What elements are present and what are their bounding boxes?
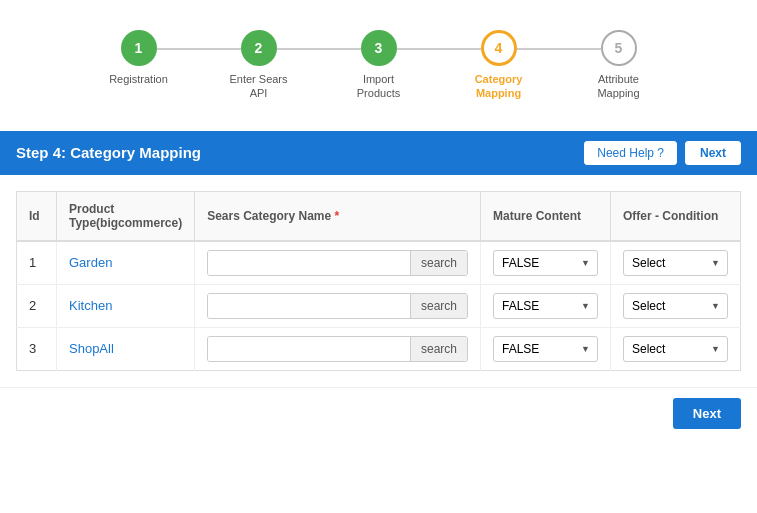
step-1: 1 Registration	[79, 30, 199, 86]
row-3-search-button[interactable]: search	[410, 337, 467, 361]
row-2-product-type: Kitchen	[57, 284, 195, 327]
col-header-id: Id	[17, 191, 57, 241]
col-header-sears-category: Sears Category Name	[195, 191, 481, 241]
row-1-offer-select[interactable]: Select New Used Refurbished	[623, 250, 728, 276]
step-2: 2 Enter SearsAPI	[199, 30, 319, 101]
row-3-id: 3	[17, 327, 57, 370]
step-2-label: Enter SearsAPI	[229, 72, 287, 101]
row-1-search-wrap: search	[207, 250, 468, 276]
row-3-product-link[interactable]: ShopAll	[69, 341, 114, 356]
row-2-id: 2	[17, 284, 57, 327]
table-row: 1 Garden search FALSE	[17, 241, 741, 285]
row-3-search-wrap: search	[207, 336, 468, 362]
row-2-search-button[interactable]: search	[410, 294, 467, 318]
row-3-mature-select-container: FALSE TRUE	[493, 336, 598, 362]
col-header-product-type: Product Type(bigcommerce)	[57, 191, 195, 241]
row-1-offer-cell: Select New Used Refurbished	[611, 241, 741, 285]
step-3-label: ImportProducts	[357, 72, 400, 101]
row-1-mature-select[interactable]: FALSE TRUE	[493, 250, 598, 276]
header-bar-title: Step 4: Category Mapping	[16, 144, 201, 161]
stepper: 1 Registration 2 Enter SearsAPI 3 Import…	[0, 0, 757, 121]
step-5-circle: 5	[601, 30, 637, 66]
table-area: Id Product Type(bigcommerce) Sears Categ…	[0, 175, 757, 387]
table-row: 2 Kitchen search FALSE	[17, 284, 741, 327]
row-2-offer-select[interactable]: Select New Used Refurbished	[623, 293, 728, 319]
step-5-label: AttributeMapping	[597, 72, 639, 101]
footer-area: Next	[0, 387, 757, 439]
row-2-sears-cell: search	[195, 284, 481, 327]
header-next-button[interactable]: Next	[685, 141, 741, 165]
step-1-circle: 1	[121, 30, 157, 66]
row-3-product-type: ShopAll	[57, 327, 195, 370]
table-row: 3 ShopAll search FALSE	[17, 327, 741, 370]
row-1-id: 1	[17, 241, 57, 285]
col-header-mature-content: Mature Content	[481, 191, 611, 241]
row-2-search-wrap: search	[207, 293, 468, 319]
page-container: 1 Registration 2 Enter SearsAPI 3 Import…	[0, 0, 757, 513]
row-2-offer-select-container: Select New Used Refurbished	[623, 293, 728, 319]
header-bar-actions: Need Help ? Next	[584, 141, 741, 165]
row-2-product-link[interactable]: Kitchen	[69, 298, 112, 313]
row-2-mature-cell: FALSE TRUE	[481, 284, 611, 327]
table-header-row: Id Product Type(bigcommerce) Sears Categ…	[17, 191, 741, 241]
row-3-offer-select[interactable]: Select New Used Refurbished	[623, 336, 728, 362]
step-4-label: CategoryMapping	[475, 72, 523, 101]
row-1-mature-cell: FALSE TRUE	[481, 241, 611, 285]
col-header-offer-condition: Offer - Condition	[611, 191, 741, 241]
step-3: 3 ImportProducts	[319, 30, 439, 101]
row-1-sears-input[interactable]	[208, 251, 410, 275]
category-mapping-table: Id Product Type(bigcommerce) Sears Categ…	[16, 191, 741, 371]
row-2-offer-cell: Select New Used Refurbished	[611, 284, 741, 327]
row-3-offer-select-container: Select New Used Refurbished	[623, 336, 728, 362]
step-5: 5 AttributeMapping	[559, 30, 679, 101]
row-3-mature-cell: FALSE TRUE	[481, 327, 611, 370]
row-3-sears-cell: search	[195, 327, 481, 370]
header-bar: Step 4: Category Mapping Need Help ? Nex…	[0, 131, 757, 175]
row-1-product-type: Garden	[57, 241, 195, 285]
row-2-mature-select[interactable]: FALSE TRUE	[493, 293, 598, 319]
row-3-offer-cell: Select New Used Refurbished	[611, 327, 741, 370]
footer-next-button[interactable]: Next	[673, 398, 741, 429]
step-1-label: Registration	[109, 72, 168, 86]
row-1-product-link[interactable]: Garden	[69, 255, 112, 270]
row-1-sears-cell: search	[195, 241, 481, 285]
need-help-button[interactable]: Need Help ?	[584, 141, 677, 165]
step-3-circle: 3	[361, 30, 397, 66]
row-2-mature-select-container: FALSE TRUE	[493, 293, 598, 319]
step-4-circle: 4	[481, 30, 517, 66]
step-2-circle: 2	[241, 30, 277, 66]
row-1-search-button[interactable]: search	[410, 251, 467, 275]
row-1-offer-select-container: Select New Used Refurbished	[623, 250, 728, 276]
row-3-sears-input[interactable]	[208, 337, 410, 361]
step-4: 4 CategoryMapping	[439, 30, 559, 101]
row-2-sears-input[interactable]	[208, 294, 410, 318]
row-1-mature-select-container: FALSE TRUE	[493, 250, 598, 276]
row-3-mature-select[interactable]: FALSE TRUE	[493, 336, 598, 362]
